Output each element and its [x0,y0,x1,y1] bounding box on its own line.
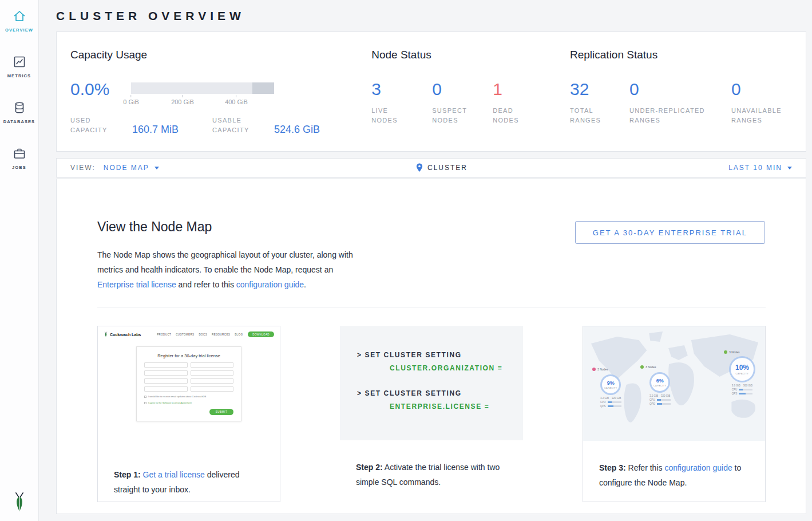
enterprise-trial-button[interactable]: GET A 30-DAY ENTERPRISE TRIAL [575,221,765,244]
region-capacity-ring: 9% CAPACITY 3.2 GiB320 GiB CPU QPS [600,374,621,408]
cluster-breadcrumb[interactable]: CLUSTER [415,163,468,172]
used-capacity-label: USED CAPACITY [70,116,132,135]
capacity-usage-title: Capacity Usage [70,48,371,61]
usable-capacity-label: USABLE CAPACITY [212,116,274,135]
region-capacity-ring: 6% CAPACITY 3.2 GiB320 GiB CPU QPS [649,372,671,405]
database-icon [13,101,26,115]
sidebar-item-databases[interactable]: DATABASES [0,92,38,137]
step2-caption: Step 2: Activate the trial license with … [340,440,523,490]
metrics-icon [13,55,26,69]
step3-card: 3 Nodes 3 Nodes 3 Nodes 9% CAPACITY [583,326,766,502]
view-selector-dropdown[interactable]: NODE MAP [104,164,159,172]
cluster-summary-card: Capacity Usage 0.0% 0 GiB 200 GiB 400 Gi… [56,31,806,152]
node-map-preview: 3 Nodes 3 Nodes 3 Nodes 9% CAPACITY [583,326,765,441]
mini-download-button: DOWNLOAD [248,331,274,337]
mini-register-form: Register for a 30-day trial license I wo… [136,346,241,421]
replication-status-title: Replication Status [570,48,792,61]
node-status-section: Node Status 3 LIVENODES 0 SUSPECTNODES 1… [371,48,570,151]
view-label: VIEW: [70,164,96,172]
total-ranges-stat: 32 TOTALRANGES [570,80,629,125]
step1-screenshot: Cockroach Labs PRODUCT CUSTOMERS DOCS RE… [98,326,280,459]
capacity-usage-section: Capacity Usage 0.0% 0 GiB 200 GiB 400 Gi… [70,48,371,151]
enterprise-trial-license-link[interactable]: Enterprise trial license [97,280,176,289]
suspect-nodes-stat: 0 SUSPECTNODES [432,80,493,125]
capacity-used-percent: 0.0% [70,80,131,106]
chevron-down-icon [155,167,159,169]
sidebar-item-label: DATABASES [3,119,35,124]
jobs-icon [13,147,26,160]
region-capacity-ring: 10% CAPACITY 3.6 GiB360 GiB CPU QPS [729,356,755,395]
region-node-dot: 3 Nodes [724,350,740,354]
page-title: CLUSTER OVERVIEW [56,0,806,31]
region-node-dot: 3 Nodes [592,368,608,371]
time-range-dropdown[interactable]: LAST 10 MIN [728,164,792,172]
mini-cockroach-logo-icon [104,331,108,337]
sidebar-item-overview[interactable]: OVERVIEW [0,0,38,46]
capacity-tick: 0 GiB [123,95,139,105]
dead-nodes-stat: 1 DEADNODES [493,80,553,125]
steps-row: Cockroach Labs PRODUCT CUSTOMERS DOCS RE… [97,326,766,502]
divider [97,307,766,307]
mini-brand: Cockroach Labs [104,331,141,337]
used-capacity-value: 160.7 MiB [132,124,179,136]
sidebar-item-metrics[interactable]: METRICS [0,46,38,92]
location-pin-icon [415,163,423,172]
chevron-down-icon [787,167,792,169]
node-map-description: The Node Map shows the geographical layo… [97,247,362,292]
step1-caption: Step 1: Get a trial license delivered st… [98,459,280,497]
capacity-bar-segment [252,82,274,94]
region-node-dot: 3 Nodes [640,365,656,369]
step3-caption: Step 3: Refer this configuration guide t… [583,441,765,490]
trial-license-link[interactable]: Get a trial license [143,470,205,479]
unavailable-ranges-stat: 0 UNAVAILABLERANGES [731,80,792,125]
configuration-guide-link[interactable]: configuration guide [664,463,732,472]
replication-status-section: Replication Status 32 TOTALRANGES 0 UNDE… [570,48,792,151]
step2-code-block: > SET CLUSTER SETTING CLUSTER.ORGANIZATI… [340,326,523,440]
cockroach-logo-icon [0,491,39,513]
sidebar-item-label: METRICS [7,73,31,78]
sidebar-item-jobs[interactable]: JOBS [0,137,38,183]
usable-capacity-value: 524.6 GiB [274,124,320,136]
node-status-title: Node Status [371,48,570,61]
home-icon [13,9,26,23]
sidebar-item-label: JOBS [12,165,26,170]
configuration-guide-link[interactable]: configuration guide [236,280,304,289]
step1-card: Cockroach Labs PRODUCT CUSTOMERS DOCS RE… [97,326,280,502]
capacity-tick: 400 GiB [225,95,248,105]
node-map-panel: View the Node Map The Node Map shows the… [56,179,806,514]
live-nodes-stat: 3 LIVENODES [371,80,432,125]
capacity-bar: 0 GiB 200 GiB 400 GiB [131,82,274,106]
capacity-tick: 200 GiB [171,95,194,105]
view-bar: VIEW: NODE MAP CLUSTER LAST 10 MIN [56,158,806,177]
mini-nav: PRODUCT CUSTOMERS DOCS RESOURCES BLOG [157,333,243,336]
sidebar: OVERVIEW METRICS DATABASES JOBS [0,0,39,521]
main-content: CLUSTER OVERVIEW Capacity Usage 0.0% 0 G… [39,0,812,521]
step2-card: > SET CLUSTER SETTING CLUSTER.ORGANIZATI… [340,326,523,502]
sidebar-item-label: OVERVIEW [5,27,33,33]
under-replicated-ranges-stat: 0 UNDER-REPLICATEDRANGES [629,80,731,125]
